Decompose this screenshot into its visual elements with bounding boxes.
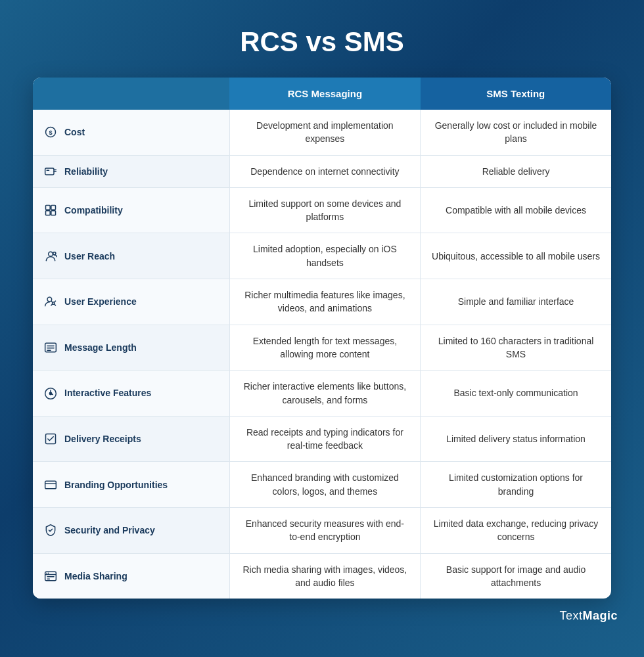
brand-text-light: Text bbox=[559, 609, 582, 622]
user-experience-icon bbox=[43, 295, 58, 308]
feature-cell-delivery-receipts: Delivery Receipts bbox=[33, 416, 229, 462]
sms-cell-reliability: Reliable delivery bbox=[421, 155, 611, 187]
rcs-cell-branding: Enhanced branding with customized colors… bbox=[229, 462, 420, 508]
message-length-icon bbox=[43, 341, 58, 354]
table-row: $ Cost Development and implementation ex… bbox=[33, 110, 611, 155]
table-row: Media Sharing Rich media sharing with im… bbox=[33, 553, 611, 599]
compatibility-label: Compatibility bbox=[64, 204, 123, 217]
svg-point-19 bbox=[49, 392, 51, 394]
feature-cell-user-experience: User Experience bbox=[33, 279, 229, 325]
sms-column-header: SMS Texting bbox=[421, 78, 611, 110]
table-row: User Reach Limited adoption, especially … bbox=[33, 233, 611, 279]
rcs-cell-reliability: Dependence on internet connectivity bbox=[229, 155, 420, 187]
feature-cell-security: Security and Privacy bbox=[33, 508, 229, 554]
feature-column-header bbox=[33, 78, 229, 110]
cost-label: Cost bbox=[64, 125, 85, 139]
rcs-cell-delivery-receipts: Read receipts and typing indicators for … bbox=[229, 416, 420, 462]
svg-rect-8 bbox=[46, 211, 51, 215]
brand-footer: TextMagic bbox=[559, 609, 618, 623]
security-label: Security and Privacy bbox=[64, 524, 155, 537]
reliability-icon bbox=[43, 165, 58, 178]
svg-text:$: $ bbox=[49, 129, 52, 136]
table-row: Security and Privacy Enhanced security m… bbox=[33, 508, 611, 554]
feature-cell-user-reach: User Reach bbox=[33, 233, 229, 279]
branding-label: Branding Opportunities bbox=[64, 478, 168, 491]
feature-cell-message-length: Message Length bbox=[33, 325, 229, 371]
rcs-cell-media-sharing: Rich media sharing with images, videos, … bbox=[229, 553, 420, 599]
comparison-table: RCS Messaging SMS Texting $ Cost Develop… bbox=[33, 78, 611, 599]
feature-cell-branding: Branding Opportunities bbox=[33, 462, 229, 508]
interactive-features-icon bbox=[43, 387, 58, 400]
sms-cell-compatibility: Compatible with all mobile devices bbox=[421, 187, 611, 233]
sms-cell-message-length: Limited to 160 characters in traditional… bbox=[421, 325, 611, 371]
rcs-cell-security: Enhanced security measures with end-to-e… bbox=[229, 508, 420, 554]
rcs-cell-user-experience: Richer multimedia features like images, … bbox=[229, 279, 420, 325]
message-length-label: Message Length bbox=[64, 341, 137, 354]
svg-rect-7 bbox=[51, 206, 56, 210]
rcs-cell-cost: Development and implementation expenses bbox=[229, 110, 420, 155]
rcs-cell-message-length: Extended length for text messages, allow… bbox=[229, 325, 420, 371]
feature-cell-interactive-features: Interactive Features bbox=[33, 371, 229, 417]
table-row: User Experience Richer multimedia featur… bbox=[33, 279, 611, 325]
branding-icon bbox=[43, 478, 58, 491]
table-row: Compatibility Limited support on some de… bbox=[33, 187, 611, 233]
page-title: RCS vs SMS bbox=[240, 26, 404, 58]
media-sharing-icon bbox=[43, 570, 58, 583]
sms-cell-branding: Limited customization options for brandi… bbox=[421, 462, 611, 508]
svg-rect-21 bbox=[45, 481, 57, 489]
user-reach-label: User Reach bbox=[64, 250, 115, 263]
table-row: Branding Opportunities Enhanced branding… bbox=[33, 462, 611, 508]
svg-rect-6 bbox=[46, 206, 51, 210]
sms-cell-user-reach: Ubiquitous, accessible to all mobile use… bbox=[421, 233, 611, 279]
interactive-features-label: Interactive Features bbox=[64, 386, 151, 399]
svg-rect-9 bbox=[51, 211, 56, 215]
rcs-cell-user-reach: Limited adoption, especially on iOS hand… bbox=[229, 233, 420, 279]
sms-cell-user-experience: Simple and familiar interface bbox=[421, 279, 611, 325]
feature-cell-reliability: Reliability bbox=[33, 155, 229, 187]
rcs-cell-compatibility: Limited support on some devices and plat… bbox=[229, 187, 420, 233]
svg-point-10 bbox=[49, 252, 53, 256]
rcs-column-header: RCS Messaging bbox=[229, 78, 420, 110]
sms-cell-cost: Generally low cost or included in mobile… bbox=[421, 110, 611, 155]
svg-point-28 bbox=[48, 573, 49, 574]
svg-rect-2 bbox=[45, 168, 54, 175]
table-row: Reliability Dependence on internet conne… bbox=[33, 155, 611, 187]
compatibility-icon bbox=[43, 204, 58, 217]
delivery-receipts-icon bbox=[43, 432, 58, 445]
brand-text-bold: Magic bbox=[582, 609, 618, 622]
rcs-cell-interactive-features: Richer interactive elements like buttons… bbox=[229, 371, 420, 417]
feature-cell-cost: $ Cost bbox=[33, 110, 229, 155]
cost-icon: $ bbox=[43, 125, 58, 139]
table-row: Message Length Extended length for text … bbox=[33, 325, 611, 371]
svg-point-27 bbox=[46, 573, 47, 574]
feature-cell-media-sharing: Media Sharing bbox=[33, 553, 229, 599]
delivery-receipts-label: Delivery Receipts bbox=[64, 432, 141, 445]
table-row: Delivery Receipts Read receipts and typi… bbox=[33, 416, 611, 462]
user-experience-label: User Experience bbox=[64, 295, 137, 308]
sms-cell-interactive-features: Basic text-only communication bbox=[421, 371, 611, 417]
security-icon bbox=[43, 524, 58, 537]
sms-cell-security: Limited data exchange, reducing privacy … bbox=[421, 508, 611, 554]
feature-cell-compatibility: Compatibility bbox=[33, 187, 229, 233]
table-row: Interactive Features Richer interactive … bbox=[33, 371, 611, 417]
media-sharing-label: Media Sharing bbox=[64, 570, 127, 583]
sms-cell-delivery-receipts: Limited delivery status information bbox=[421, 416, 611, 462]
user-reach-icon bbox=[43, 250, 58, 263]
sms-cell-media-sharing: Basic support for image and audio attach… bbox=[421, 553, 611, 599]
reliability-label: Reliability bbox=[64, 165, 108, 178]
